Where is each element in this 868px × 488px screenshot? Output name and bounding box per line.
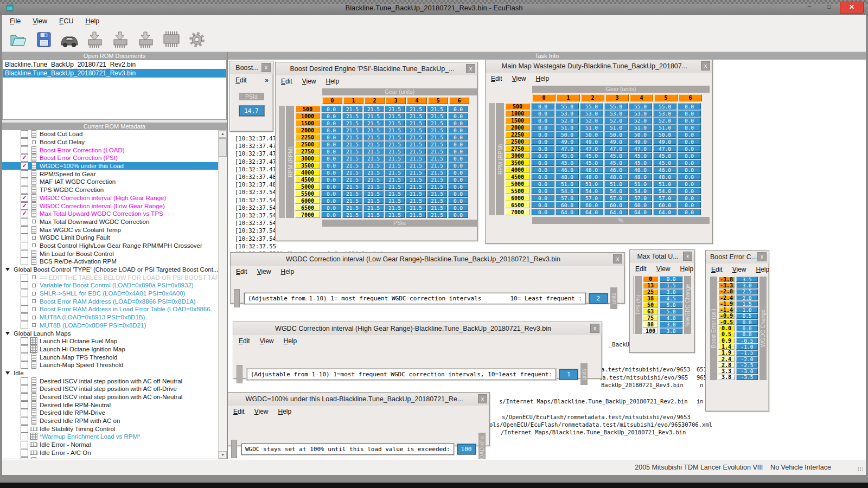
table-cell[interactable]: 53.0	[556, 110, 579, 117]
tree-item[interactable]: Variable for Boost Control (LOAD=0x898a …	[2, 281, 218, 290]
row-header-cell[interactable]: 5000	[295, 183, 320, 190]
column-header-cell[interactable]: 3	[605, 94, 629, 101]
tree-item[interactable]: *Warmup Enrichment Load vs RPM*	[2, 433, 218, 441]
table-cell[interactable]: 21.5	[385, 148, 405, 155]
table-cell[interactable]: 21.5	[363, 211, 384, 218]
row-header-cell[interactable]: 5000	[505, 181, 530, 187]
table-cell[interactable]: 46.0	[604, 166, 628, 173]
child-title-bar[interactable]: WGDC Correction interval (High Gear Rang…	[233, 322, 602, 335]
tree-item-checkbox[interactable]	[21, 409, 28, 416]
column-header-cell[interactable]: 6	[449, 97, 469, 104]
table-cell[interactable]: 21.5	[406, 190, 426, 197]
tree-item-checkbox[interactable]	[21, 258, 28, 265]
write-ecu-chip-icon[interactable]	[110, 29, 131, 50]
table-cell[interactable]: 21.5	[385, 141, 405, 147]
table-cell[interactable]: 21.5	[342, 183, 362, 190]
table-cell[interactable]: 21.5	[427, 120, 447, 126]
table-cell[interactable]: 51.0	[653, 181, 676, 187]
table-cell[interactable]: 21.5	[363, 141, 384, 147]
row-header-cell[interactable]: 3500	[295, 162, 320, 169]
tree-item[interactable]: Desired ISCV intial step position with A…	[2, 393, 218, 401]
table-cell[interactable]: -2.5	[736, 362, 758, 368]
table-cell[interactable]: 21.5	[406, 106, 426, 112]
table-cell[interactable]: -3.5	[736, 375, 758, 380]
resize-grip[interactable]	[857, 467, 863, 472]
table-cell[interactable]: 21.5	[406, 176, 426, 183]
table-cell[interactable]: 21.5	[406, 155, 426, 162]
table-cell[interactable]: 0.0	[678, 138, 701, 145]
tree-item-checkbox[interactable]	[21, 234, 28, 241]
table-cell[interactable]: 1.0	[736, 307, 758, 312]
scalar-value-cell[interactable]: 14.7	[239, 106, 264, 116]
row-selector-strip[interactable]	[237, 365, 242, 383]
table-cell[interactable]: 45.0	[604, 159, 628, 166]
row-header-cell[interactable]: 1500	[295, 120, 320, 126]
table-cell[interactable]: 50.0	[604, 131, 628, 138]
menu-item-view[interactable]: View	[302, 78, 316, 85]
table-cell[interactable]: 47.0	[604, 145, 628, 152]
menu-item-help[interactable]: Help	[284, 337, 297, 345]
table-cell[interactable]: 60.0	[653, 202, 676, 208]
table-cell[interactable]: 45.0	[629, 152, 652, 159]
scalar-value-cell[interactable]: 1	[559, 369, 578, 380]
table-cell[interactable]: 0.0	[448, 141, 468, 147]
table-cell[interactable]: 21.5	[427, 141, 447, 147]
tree-item[interactable]: Min Load for Boost Control	[2, 249, 218, 258]
table-cell[interactable]: 4.0	[660, 315, 682, 321]
tree-item-checkbox[interactable]	[21, 385, 28, 393]
table-cell[interactable]: 21.5	[385, 127, 405, 133]
settings-gear-icon[interactable]	[186, 29, 208, 50]
collapse-triangle-icon[interactable]	[5, 268, 10, 271]
tree-item-checkbox[interactable]	[21, 281, 28, 289]
table-cell[interactable]: 52.0	[580, 117, 603, 124]
tree-item-checkbox[interactable]	[21, 226, 28, 234]
tree-group[interactable]: Idle	[2, 369, 218, 377]
close-icon[interactable]: x	[466, 64, 475, 73]
read-ecu-chip-icon[interactable]	[84, 29, 106, 50]
scalar-value-cell[interactable]: 2	[589, 293, 608, 304]
table-cell[interactable]: 52.0	[604, 117, 628, 124]
column-header-cell[interactable]: 0	[532, 94, 556, 101]
table-cell[interactable]: 21.5	[363, 169, 384, 176]
tree-item[interactable]: Desired ISCV intial step position with A…	[2, 377, 218, 385]
table-cell[interactable]: 49.0	[653, 138, 676, 145]
table-cell[interactable]: 47.0	[653, 145, 676, 152]
table-cell[interactable]: 21.5	[427, 162, 447, 169]
close-icon[interactable]: x	[613, 254, 622, 264]
table-cell[interactable]: 0.0	[531, 159, 554, 166]
table-cell[interactable]: 5.0	[660, 309, 682, 314]
table-cell[interactable]: 50.0	[556, 131, 579, 138]
table-cell[interactable]: 0.0	[678, 103, 701, 110]
table-cell[interactable]: 0.0	[321, 141, 341, 147]
table-cell[interactable]: 0.0	[448, 162, 468, 169]
row-header-cell[interactable]: 2500	[505, 138, 530, 145]
table-cell[interactable]: 0.0	[448, 134, 468, 140]
table-cell[interactable]: 0.0	[531, 117, 554, 124]
table-cell[interactable]: 21.5	[427, 176, 447, 183]
menu-item-help[interactable]: Help	[281, 268, 295, 275]
table-cell[interactable]: 0.0	[448, 169, 468, 176]
menu-item-view[interactable]: View	[732, 266, 746, 273]
table-cell[interactable]: 21.5	[406, 141, 426, 147]
close-icon[interactable]: x	[261, 63, 271, 72]
row-header-cell[interactable]: 3000	[505, 152, 530, 159]
row-header-cell[interactable]: 2000	[295, 127, 320, 133]
table-cell[interactable]: 45.0	[580, 159, 603, 166]
row-header-cell[interactable]: 3.8	[718, 375, 735, 380]
table-cell[interactable]: 47.0	[556, 145, 579, 152]
table-cell[interactable]: 0.0	[321, 120, 341, 126]
tree-item[interactable]: Boost Error RAM Address in Load Error Ta…	[2, 305, 218, 313]
table-cell[interactable]: 48.0	[604, 174, 628, 180]
tree-item[interactable]: Boost Control High/Low Gear Range RPM/MP…	[2, 242, 218, 250]
scroll-up-icon[interactable]: ▲	[219, 130, 227, 138]
table-cell[interactable]: 0.0	[448, 190, 468, 197]
menu-item-edit[interactable]: Edit	[281, 78, 292, 85]
tree-item[interactable]: Launch Hi Octane Fuel Map	[2, 337, 218, 345]
table-cell[interactable]: -0.5	[736, 338, 758, 343]
row-header-cell[interactable]: 2.8	[718, 362, 735, 368]
table-cell[interactable]: 21.5	[427, 127, 447, 133]
table-cell[interactable]: 21.5	[363, 155, 384, 162]
table-cell[interactable]: 0.5	[736, 313, 758, 319]
menu-item-help[interactable]: Help	[278, 408, 292, 415]
wgdc-interval-high-window[interactable]: WGDC Correction interval (High Gear Rang…	[233, 322, 602, 379]
